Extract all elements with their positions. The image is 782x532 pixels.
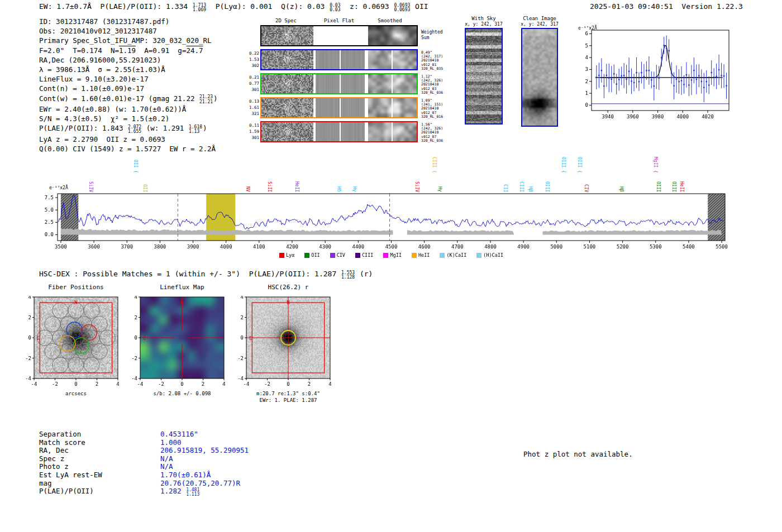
stacked-uncertainty: 21.2321.21 <box>199 95 213 104</box>
spec2d-row-stats: 0.131.61321 <box>246 98 259 117</box>
spec2d-row-meta: 1.12"(242, 326)20210410v012_03320_RL_036 <box>421 75 466 95</box>
legend-label: CIII <box>362 252 373 258</box>
match-table-label: Photo z <box>39 462 160 471</box>
clean-image-panel: Clean Image x, y: 242, 317 <box>518 16 561 127</box>
info-line: Obs: 20210410v012_3012317487 <box>39 26 218 36</box>
info-line: λ = 3986.13Å σ = 2.55(±1.03)Å <box>39 65 218 74</box>
spec2d-2d-image <box>261 122 313 141</box>
match-table-label: Est LyA rest-EW <box>39 471 160 479</box>
legend-item: MgII <box>383 252 401 258</box>
emission-line-label: CIV <box>584 184 588 192</box>
match-table-value: 1.282 <box>160 487 185 495</box>
emission-line-label: CIII { <box>432 157 436 173</box>
spec2d-col-header: Pixel Flat <box>324 18 354 23</box>
spec2d-row: 0.221.533020.49"(242, 317)20210410v012_0… <box>260 49 418 70</box>
legend-label: Lyα <box>286 252 294 258</box>
spec2d-row: WeightedSum <box>260 25 418 46</box>
with-sky-xy: x, y: 242, 317 <box>461 22 506 27</box>
clean-image-xy: x, y: 242, 317 <box>518 22 561 27</box>
spec2d-row-stats: 0.210.77301 <box>246 74 259 93</box>
spec2d-row-meta: 1.56"(242, 326)20210410v012_07320_RL_036 <box>421 123 466 143</box>
emission-line-label: OII <box>142 184 147 192</box>
match-table-label: Spec z <box>39 454 160 463</box>
spec2d-smoothed-image <box>368 122 417 141</box>
lineflux-map-panel: Lineflux Map s/b: 2.08 +/- 0.098 <box>127 284 239 408</box>
emission-line-label: SiIV <box>88 181 93 192</box>
emission-line-label: OII { <box>133 160 137 173</box>
spec2d-pixel-flat-image <box>316 26 365 45</box>
spec2d-2d-image <box>261 74 313 93</box>
legend-label: HeII <box>418 252 430 258</box>
hsc-dex-summary: HSC-DEX : Possible Matches = 1 (within +… <box>39 270 373 280</box>
emission-line-label: Hβ <box>619 186 623 192</box>
info-line: ID: 3012317487 (3012317487.pdf) <box>39 17 218 26</box>
match-table-row: Separation0.453116" <box>39 430 249 438</box>
legend-item: (H)CaII <box>476 252 503 258</box>
stacked-uncertainty: 2.0721.655 <box>128 125 141 135</box>
match-table-row: RA, Dec206.915819, 55.290951 <box>39 446 249 454</box>
info-line: Cont(w) = 1.60(±0.01)e-17 (gmag 21.22 21… <box>39 94 218 104</box>
spec2d-pixel-flat-image <box>316 98 365 117</box>
spec2d-pixel-flat-image <box>316 122 365 141</box>
summary-line: EW: 1.7±0.7Å P(LAE)/P(OII): 1.334 1.7131… <box>39 2 428 12</box>
legend-item: HeII <box>412 252 430 258</box>
lineflux-xlabel: s/b: 2.08 +/- 0.098 <box>135 391 230 396</box>
match-table-value: 1.000 <box>160 438 182 447</box>
fiber-positions-panel: Fiber Positions arcsecs <box>21 284 133 408</box>
spec2d-2d-image <box>261 26 313 45</box>
emission-line-label: OIII <box>545 181 549 192</box>
lineflux-map-title: Lineflux Map <box>140 284 224 291</box>
emission-line-label: Hγ <box>437 186 442 192</box>
legend-item: CIV <box>330 252 345 258</box>
spec2d-row-meta: 0.49"(242, 317)20210410v012_01320_RL_035 <box>421 51 466 71</box>
legend-label: (H)CaII <box>483 252 503 258</box>
spectrum-legend: LyαOIICIVCIIIMgIIHeII(K)CaII(H)CaII <box>58 252 725 258</box>
emission-line-label: SiIV <box>414 181 419 192</box>
legend-label: MgII <box>390 252 401 258</box>
emission-line-label: HeII <box>679 181 684 192</box>
legend-item: (K)CaII <box>440 252 466 258</box>
emission-line-label: CII <box>503 184 507 192</box>
legend-swatch <box>330 253 335 258</box>
with-sky-panel: With Sky x, y: 242, 317 <box>461 16 506 124</box>
spec2d-row-stats: 0.111.59301 <box>246 122 259 141</box>
with-sky-title: With Sky <box>461 16 506 22</box>
info-line: LineFlux = 9.10(±3.20)e-17 <box>39 74 218 84</box>
match-table-label: P(LAE)/P(OII) <box>39 487 160 495</box>
match-table-label: Match score <box>39 438 160 447</box>
emission-line-label: OIII <box>671 181 676 192</box>
fiber-positions-image <box>21 296 125 390</box>
legend-label: OII <box>311 252 320 258</box>
spec2d-smoothed-image <box>368 50 417 69</box>
hsc-xlabel: m:20.7 re:1.3" s:0.4" <box>241 391 336 396</box>
emission-line-label: Hγ <box>352 186 356 192</box>
spec2d-2d-image <box>261 50 313 69</box>
full-spectrum-section: SiIVOII {OIINVSiIIHeIIHδHγSiIVCIII {HγCI… <box>34 150 760 268</box>
legend-swatch <box>383 253 388 258</box>
info-line: Cont(n) = 1.10(±0.09)e-17 <box>39 84 218 93</box>
match-table-row: Match score1.000 <box>39 438 249 447</box>
spec2d-row-meta: WeightedSum <box>421 30 466 40</box>
legend-swatch <box>412 253 417 258</box>
emission-line-label: Hδ <box>336 186 341 192</box>
zoom-spectrum-plot <box>577 25 733 128</box>
emission-line-label: OIII { <box>561 157 565 173</box>
legend-item: Lyα <box>279 252 294 258</box>
legend-item: OII <box>304 252 320 258</box>
stacked-uncertainty: 0.06930.0693 <box>394 3 410 13</box>
emission-line-label: SiII <box>267 181 271 192</box>
info-line: LyA z = 2.2790 OII z = 0.0693 <box>39 135 218 144</box>
info-line: RA,Dec (206.916000,55.291023) <box>39 55 218 65</box>
with-sky-image <box>465 28 503 124</box>
clean-image <box>521 28 558 127</box>
legend-swatch <box>440 253 445 258</box>
match-table-label: mag <box>39 479 160 487</box>
emission-line-label: Hβ <box>528 186 532 192</box>
info-line: F=2.0" T=0.174 N=1.19 A=0.91 g=24.7 <box>39 46 218 55</box>
stacked-uncertainty: 1.7131.069 <box>193 3 206 13</box>
emission-line-label: OIII <box>656 181 660 192</box>
elixer-detection-report: EW: 1.7±0.7Å P(LAE)/P(OII): 1.334 1.7131… <box>0 0 782 532</box>
emission-line-label: MgII { <box>653 157 657 173</box>
emission-line-label: OIII { <box>577 157 581 173</box>
spec2d-pixel-flat-image <box>316 74 365 93</box>
